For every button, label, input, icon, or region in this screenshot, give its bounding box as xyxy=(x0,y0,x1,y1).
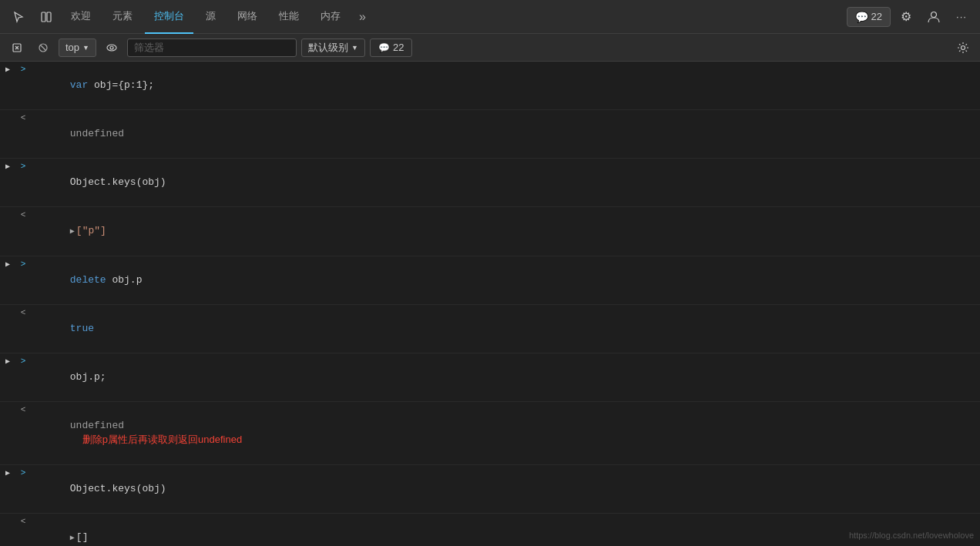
tab-performance[interactable]: 性能 xyxy=(270,0,308,34)
row-content-3: Object.keys(obj) xyxy=(31,160,980,205)
context-selector[interactable]: top ▼ xyxy=(59,39,96,57)
user-icon-btn[interactable] xyxy=(921,5,946,29)
tab-sources[interactable]: 源 xyxy=(196,0,225,34)
console-row-2: < undefined xyxy=(0,110,980,159)
cursor-icon xyxy=(12,11,25,23)
row-direction-2: < xyxy=(15,112,31,122)
console-settings-btn[interactable] xyxy=(952,37,974,59)
console-row-6: < true xyxy=(0,305,980,353)
console-row-9: ▶ > Object.keys(obj) xyxy=(0,465,980,514)
svg-rect-1 xyxy=(47,12,51,22)
row-direction-1: > xyxy=(15,63,31,74)
eye-btn[interactable] xyxy=(101,37,123,59)
tab-network[interactable]: 网络 xyxy=(228,0,267,34)
user-icon xyxy=(927,10,941,24)
tab-elements[interactable]: 元素 xyxy=(103,0,142,34)
cursor-icon-btn[interactable] xyxy=(6,5,31,29)
console-row-5: ▶ > delete obj.p xyxy=(0,256,980,305)
svg-point-6 xyxy=(107,45,116,51)
tab-console[interactable]: 控制台 xyxy=(145,0,193,34)
console-row-10: < ▶[] 并且Object.keys()方法也不再包含该属性 xyxy=(0,514,980,546)
row-expand-arrow-1[interactable]: ▶ xyxy=(0,63,15,74)
stop-icon xyxy=(38,42,49,53)
panel-icon xyxy=(40,11,52,23)
row-expand-arrow-2 xyxy=(0,112,15,113)
message-count-badge[interactable]: 💬 22 xyxy=(370,39,412,57)
console-row-8: < undefined 删除p属性后再读取则返回undefined xyxy=(0,402,980,465)
settings-icon-btn[interactable]: ⚙ xyxy=(894,5,918,29)
row-direction-9: > xyxy=(15,467,31,477)
console-row-1: ▶ > var obj={p:1}; xyxy=(0,62,980,110)
row-expand-arrow-5[interactable]: ▶ xyxy=(0,258,15,269)
svg-point-8 xyxy=(962,45,965,49)
svg-point-7 xyxy=(110,46,113,49)
row-direction-5: > xyxy=(15,258,31,269)
tab-memory[interactable]: 内存 xyxy=(311,0,350,34)
svg-line-5 xyxy=(41,45,45,50)
expand-triangle-10[interactable]: ▶ xyxy=(70,531,75,545)
console-row-3: ▶ > Object.keys(obj) xyxy=(0,159,980,207)
svg-point-2 xyxy=(931,12,937,17)
stop-btn[interactable] xyxy=(32,37,54,59)
row-content-5: delete obj.p xyxy=(31,258,980,303)
row-direction-6: < xyxy=(15,306,31,317)
row-content-10: ▶[] 并且Object.keys()方法也不再包含该属性 xyxy=(31,515,980,546)
row-expand-arrow-7[interactable]: ▶ xyxy=(0,355,15,366)
comment-8: 删除p属性后再读取则返回undefined xyxy=(82,434,242,445)
row-expand-arrow-8 xyxy=(0,404,15,405)
chevron-down-icon-level: ▼ xyxy=(351,44,358,52)
row-content-8: undefined 删除p属性后再读取则返回undefined xyxy=(31,404,980,463)
row-content-6: true xyxy=(31,306,980,351)
more-tabs-btn[interactable]: » xyxy=(353,0,372,34)
console-output[interactable]: ▶ > var obj={p:1}; < undefined ▶ > Objec… xyxy=(0,62,980,546)
eye-icon xyxy=(106,43,118,52)
row-content-9: Object.keys(obj) xyxy=(31,467,980,511)
row-direction-3: > xyxy=(15,160,31,171)
messages-badge-btn[interactable]: 💬 22 xyxy=(847,7,891,27)
clear-console-btn[interactable] xyxy=(6,37,28,59)
row-expand-arrow-9[interactable]: ▶ xyxy=(0,467,15,477)
gear-icon xyxy=(957,42,969,54)
expand-triangle-4[interactable]: ▶ xyxy=(70,225,75,239)
console-toolbar: top ▼ 默认级别 ▼ 💬 22 xyxy=(0,34,980,62)
console-row-7: ▶ > obj.p; xyxy=(0,353,980,402)
svg-rect-0 xyxy=(42,12,45,22)
row-direction-4: < xyxy=(15,209,31,219)
row-expand-arrow-10 xyxy=(0,515,15,517)
row-direction-7: > xyxy=(15,355,31,366)
message-badge-icon: 💬 xyxy=(378,42,390,53)
clear-icon xyxy=(12,42,22,53)
chevron-down-icon: ▼ xyxy=(82,44,89,52)
top-navigation: 欢迎 元素 控制台 源 网络 性能 内存 » 💬 22 ⚙ ··· xyxy=(0,0,980,34)
panel-icon-btn[interactable] xyxy=(34,5,59,29)
row-expand-arrow-3[interactable]: ▶ xyxy=(0,160,15,171)
row-content-4: ▶["p"] xyxy=(31,209,980,254)
row-direction-8: < xyxy=(15,404,31,414)
message-icon: 💬 xyxy=(855,11,868,23)
row-expand-arrow-4 xyxy=(0,209,15,210)
log-level-selector[interactable]: 默认级别 ▼ xyxy=(301,39,365,57)
row-content-7: obj.p; xyxy=(31,355,980,400)
row-content-1: var obj={p:1}; xyxy=(31,63,980,108)
row-expand-arrow-6 xyxy=(0,306,15,308)
row-content-2: undefined xyxy=(31,112,980,156)
more-options-btn[interactable]: ··· xyxy=(949,5,974,29)
console-row-4: < ▶["p"] xyxy=(0,207,980,256)
tab-welcome[interactable]: 欢迎 xyxy=(62,0,100,34)
filter-input[interactable] xyxy=(127,39,297,57)
row-direction-10: < xyxy=(15,515,31,526)
